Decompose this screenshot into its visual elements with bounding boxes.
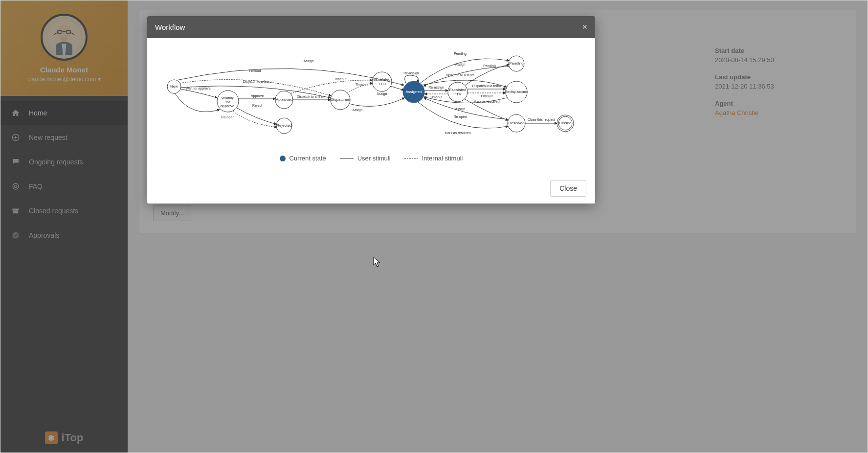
svg-text:Timeout: Timeout xyxy=(334,77,346,81)
state-assigned: Assigned xyxy=(403,81,424,103)
svg-text:Timeout: Timeout xyxy=(355,83,367,86)
state-escalated-tto: Escalated TTO xyxy=(372,72,392,91)
legend-internal: Internal stimuli xyxy=(404,155,463,162)
line-dashed-icon xyxy=(404,158,418,159)
modal-header: Workflow × xyxy=(147,16,595,38)
svg-text:Dispatched: Dispatched xyxy=(331,97,350,102)
state-dispatched: Dispatched xyxy=(331,90,350,110)
svg-text:Rejected: Rejected xyxy=(276,123,292,128)
svg-text:Redispatched: Redispatched xyxy=(505,90,529,94)
workflow-modal: Workflow × New xyxy=(147,16,595,204)
svg-text:Pending: Pending xyxy=(509,61,523,66)
svg-text:Dispatch to a team: Dispatch to a team xyxy=(243,80,272,84)
modal-body: New Waiting for approval Approved R xyxy=(147,38,595,173)
svg-text:Escalated: Escalated xyxy=(449,88,466,92)
close-button[interactable]: Close xyxy=(550,180,586,197)
state-approved: Approved xyxy=(275,91,293,109)
svg-text:Pending: Pending xyxy=(483,64,496,68)
svg-text:Reject: Reject xyxy=(252,104,262,108)
svg-text:Timeout: Timeout xyxy=(248,69,261,72)
svg-text:Mark as resolved: Mark as resolved xyxy=(445,131,470,135)
svg-text:Dispatch to a team: Dispatch to a team xyxy=(472,84,501,88)
svg-text:Timeout: Timeout xyxy=(430,95,442,99)
state-pending: Pending xyxy=(509,56,524,71)
line-solid-icon xyxy=(340,158,354,159)
svg-text:New: New xyxy=(170,84,178,89)
svg-text:Assign: Assign xyxy=(455,63,465,67)
svg-text:Assign: Assign xyxy=(352,108,362,112)
close-icon[interactable]: × xyxy=(582,22,587,32)
svg-text:Dispatch to a team: Dispatch to a team xyxy=(446,73,475,77)
svg-text:Approved: Approved xyxy=(276,97,292,102)
workflow-diagram: New Waiting for approval Approved R xyxy=(147,40,595,148)
state-waiting-approval: Waiting for approval xyxy=(217,91,239,112)
svg-text:Re-open: Re-open xyxy=(454,115,467,119)
diagram-legend: Current state User stimuli Internal stim… xyxy=(147,148,595,168)
svg-text:Assign: Assign xyxy=(455,107,465,111)
svg-text:TTR: TTR xyxy=(454,92,462,96)
svg-text:Re-assign: Re-assign xyxy=(428,86,444,90)
svg-text:Timeout: Timeout xyxy=(480,94,492,98)
svg-text:Close this request: Close this request xyxy=(528,118,555,122)
svg-text:Re-assign: Re-assign xyxy=(403,71,419,75)
svg-text:Assigned: Assigned xyxy=(406,90,422,94)
svg-text:Re-open: Re-open xyxy=(222,115,235,119)
state-redispatched: Redispatched xyxy=(505,81,529,103)
svg-text:Closed: Closed xyxy=(559,121,572,125)
svg-text:Dispatch to a team: Dispatch to a team xyxy=(297,95,326,99)
svg-text:approval: approval xyxy=(221,104,236,108)
svg-text:TTO: TTO xyxy=(378,82,386,86)
svg-text:Assign: Assign xyxy=(303,59,313,63)
modal-footer: Close xyxy=(147,173,595,204)
modal-title: Workflow xyxy=(155,23,185,31)
state-new: New xyxy=(167,80,181,93)
state-closed: Closed xyxy=(557,115,574,132)
state-rejected: Rejected xyxy=(276,118,292,134)
svg-text:Pending: Pending xyxy=(454,52,467,56)
state-resolved: Resolved xyxy=(508,114,525,132)
svg-text:Resolved: Resolved xyxy=(508,121,524,125)
svg-text:Assign: Assign xyxy=(377,92,387,96)
legend-current: Current state xyxy=(280,155,326,162)
dot-icon xyxy=(280,156,286,161)
legend-user: User stimuli xyxy=(340,155,391,162)
svg-text:Approve: Approve xyxy=(251,94,264,98)
